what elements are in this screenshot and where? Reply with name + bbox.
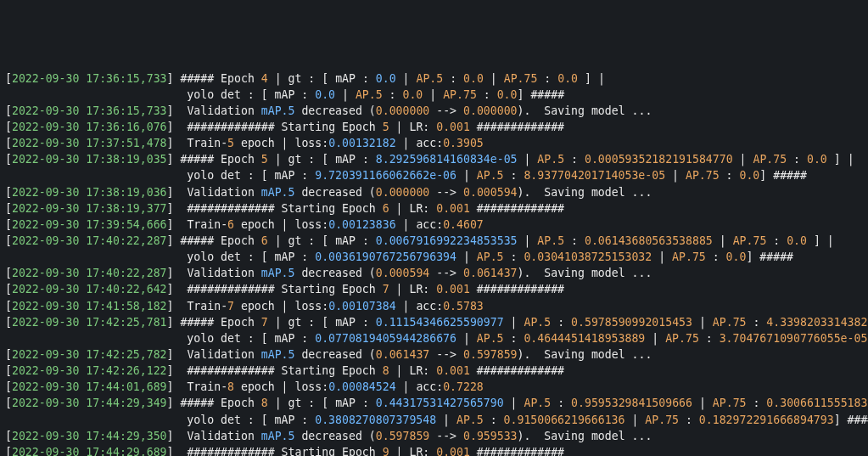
ap75-key: AP.75	[686, 169, 720, 182]
acc-value: 0.7228	[443, 380, 484, 393]
acc-value: 0.3905	[443, 137, 484, 149]
ap5-key: AP.5	[456, 414, 484, 426]
train-epoch-number: 7	[227, 300, 234, 312]
learning-rate: 0.001	[436, 202, 470, 215]
timestamp: 2022-09-30 17:42:25,781	[12, 316, 167, 329]
timestamp: 2022-09-30 17:42:26,122	[12, 364, 167, 377]
ap75-key: AP.75	[665, 332, 699, 345]
bracket-open: [	[5, 446, 12, 456]
bracket-close: ]	[167, 218, 174, 231]
ap5-key: AP.5	[477, 332, 504, 345]
validation-to: 0.061437	[463, 267, 518, 279]
bracket-open: [	[5, 202, 12, 215]
bracket-open: [	[5, 364, 12, 377]
ap5-value: 0.03041038725153032	[524, 251, 652, 263]
log-line: [2022-09-30 17:40:22,287] Validation mAP…	[5, 265, 868, 281]
ap75-value: 0.30066115551838163	[766, 397, 868, 409]
ap75-key: AP.75	[645, 414, 679, 426]
bracket-open: [	[5, 137, 12, 149]
bracket-open: [	[5, 283, 12, 296]
ap75-value: 3.7047671090776055e-05	[720, 332, 868, 345]
train-epoch-number: 8	[227, 380, 234, 393]
ap5-key: AP.5	[477, 251, 504, 263]
bracket-open: [	[5, 104, 12, 117]
ap75-value: 0.0	[787, 234, 807, 247]
epoch-number: 8	[261, 397, 268, 409]
log-line: [2022-09-30 17:44:01,689] Train-8 epoch …	[5, 379, 868, 395]
bracket-close: ]	[167, 430, 174, 442]
timestamp: 2022-09-30 17:38:19,377	[12, 202, 167, 215]
bracket-close: ]	[167, 348, 174, 361]
bracket-open: [	[5, 234, 12, 247]
bracket-close: ]	[167, 153, 174, 166]
epoch-number: 6	[261, 234, 268, 247]
ap5-value: 0.5978590992015453	[571, 316, 692, 329]
timestamp: 2022-09-30 17:42:25,782	[12, 348, 167, 361]
validation-metric: mAP.5	[261, 186, 295, 199]
bracket-open: [	[5, 300, 12, 312]
start-epoch-number: 7	[383, 283, 389, 296]
log-line: [2022-09-30 17:39:54,666] Train-6 epoch …	[5, 217, 868, 233]
ap5-value: 0.9595329841509666	[571, 397, 692, 409]
log-line: [2022-09-30 17:36:15,733] ##### Epoch 4 …	[5, 70, 868, 87]
epoch-number: 4	[261, 72, 268, 85]
validation-metric: mAP.5	[261, 267, 295, 279]
log-line: [2022-09-30 17:41:58,182] Train-7 epoch …	[5, 298, 868, 314]
ap75-key: AP.75	[753, 153, 787, 166]
timestamp: 2022-09-30 17:38:19,035	[12, 153, 167, 166]
validation-from: 0.061437	[376, 348, 430, 361]
validation-to: 0.000000	[463, 104, 518, 117]
log-line: [2022-09-30 17:40:22,642] ############# …	[5, 281, 868, 297]
train-epoch-number: 6	[227, 218, 234, 231]
ap75-key: AP.75	[713, 316, 747, 329]
validation-to: 0.000594	[463, 186, 518, 199]
ap5-value: 0.00059352182191584770	[585, 153, 733, 166]
ap75-value: 0.0	[807, 153, 827, 166]
ap5-key: AP.5	[477, 169, 504, 182]
validation-from: 0.000000	[376, 104, 430, 117]
acc-value: 0.4607	[443, 218, 484, 231]
validation-from: 0.000594	[376, 267, 430, 279]
ap5-value: 0.06143680563538885	[585, 234, 713, 247]
bracket-open: [	[5, 186, 12, 199]
ap75-key: AP.75	[713, 397, 747, 409]
ap5-key: AP.5	[537, 234, 564, 247]
log-line: yolo det : [ mAP : 0.0 | AP.5 : 0.0 | AP…	[5, 87, 868, 103]
timestamp: 2022-09-30 17:44:01,689	[12, 380, 167, 393]
loss-value: 0.00084524	[328, 380, 395, 393]
epoch-number: 7	[261, 316, 268, 329]
ap5-value: 0.9150066219666136	[504, 414, 625, 426]
start-epoch-number: 8	[383, 364, 389, 377]
validation-to: 0.597859	[463, 348, 518, 361]
ap5-value: 8.937704201714053e-05	[524, 169, 665, 182]
ap75-value: 0.0	[739, 169, 759, 182]
log-line: yolo det : [ mAP : 0.0770819405944286676…	[5, 330, 868, 346]
bracket-open: [	[5, 218, 12, 231]
log-line: [2022-09-30 17:42:26,122] ############# …	[5, 363, 868, 379]
map-value: 8.292596814160834e-05	[376, 153, 518, 166]
map-value: 0.0067916992234853535	[376, 234, 518, 247]
ap5-key: AP.5	[524, 397, 551, 409]
validation-metric: mAP.5	[261, 104, 295, 117]
timestamp: 2022-09-30 17:40:22,642	[12, 283, 167, 296]
ap75-key: AP.75	[443, 88, 477, 101]
loss-value: 0.00123836	[328, 218, 395, 231]
log-line: [2022-09-30 17:38:19,036] Validation mAP…	[5, 184, 868, 200]
log-line: yolo det : [ mAP : 0.0036190767256796394…	[5, 249, 868, 265]
start-epoch-number: 6	[383, 202, 389, 215]
timestamp: 2022-09-30 17:44:29,350	[12, 430, 167, 442]
map-value: 0.3808270807379548	[315, 414, 436, 426]
bracket-close: ]	[167, 397, 174, 409]
timestamp: 2022-09-30 17:41:58,182	[12, 300, 167, 312]
ap5-value: 0.4644451418953889	[524, 332, 645, 345]
ap75-value: 4.339820331438278e-05	[766, 316, 868, 329]
ap5-key: AP.5	[537, 153, 564, 166]
log-line: yolo det : [ mAP : 9.720391166062662e-06…	[5, 167, 868, 183]
timestamp: 2022-09-30 17:36:16,076	[12, 121, 167, 133]
timestamp: 2022-09-30 17:40:22,287	[12, 234, 167, 247]
log-line: [2022-09-30 17:44:29,689] ############# …	[5, 444, 868, 456]
start-epoch-number: 9	[383, 446, 389, 456]
acc-value: 0.5783	[443, 300, 484, 312]
timestamp: 2022-09-30 17:36:15,733	[12, 72, 167, 85]
log-line: [2022-09-30 17:40:22,287] ##### Epoch 6 …	[5, 233, 868, 249]
